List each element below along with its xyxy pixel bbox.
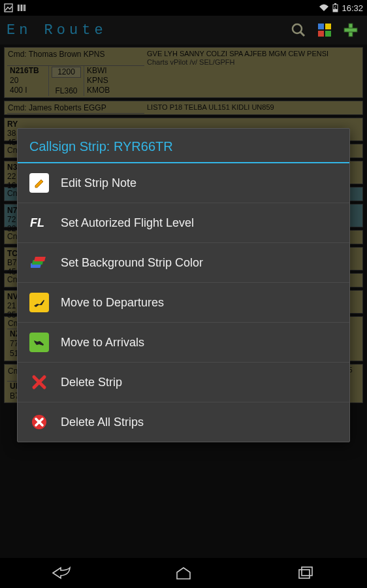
svg-rect-14 (325, 31, 331, 37)
add-button[interactable] (341, 20, 360, 40)
dialog-scrim[interactable]: Callsign Strip: RYR66TR Edit Strip Note … (0, 44, 367, 558)
android-nav-bar (0, 558, 367, 588)
svg-rect-7 (334, 3, 336, 5)
color-stack-icon (29, 253, 49, 272)
svg-rect-13 (318, 31, 324, 37)
dialog-title: Callsign Strip: RYR66TR (18, 129, 349, 163)
back-button[interactable] (42, 563, 81, 583)
svg-rect-11 (318, 24, 324, 29)
svg-rect-28 (302, 567, 312, 576)
svg-rect-16 (344, 28, 357, 32)
svg-text:FL: FL (30, 216, 44, 229)
edit-strip-note-item[interactable]: Edit Strip Note (18, 163, 349, 203)
wifi-icon (319, 4, 329, 12)
svg-rect-5 (24, 5, 25, 11)
barcode-icon (17, 3, 26, 12)
arrivals-icon (29, 333, 49, 352)
android-status-bar: 16:32 (0, 0, 367, 16)
dialog-item-label: Move to Arrivals (61, 336, 144, 350)
svg-rect-3 (21, 5, 22, 11)
set-flight-level-item[interactable]: FL Set Autorized Flight Level (18, 203, 349, 243)
dialog-item-label: Set Background Strip Color (61, 256, 203, 270)
svg-rect-12 (325, 24, 331, 29)
flight-level-icon: FL (29, 213, 49, 233)
dialog-item-label: Edit Strip Note (61, 176, 136, 190)
callsign-strip-dialog: Callsign Strip: RYR66TR Edit Strip Note … (17, 128, 350, 442)
delete-strip-item[interactable]: Delete Strip (18, 363, 349, 402)
delete-icon (29, 372, 49, 392)
delete-all-icon (29, 412, 49, 432)
battery-icon (332, 3, 338, 12)
svg-rect-4 (23, 5, 24, 11)
home-button[interactable] (164, 563, 203, 583)
svg-rect-1 (18, 5, 19, 11)
image-icon (4, 3, 13, 12)
puzzle-icon[interactable] (315, 20, 334, 40)
set-color-item[interactable]: Set Background Strip Color (18, 243, 349, 283)
app-header: En Route (0, 16, 367, 44)
status-time: 16:32 (342, 3, 363, 13)
dialog-item-label: Move to Departures (61, 296, 164, 310)
svg-rect-27 (299, 570, 310, 578)
dialog-item-label: Set Autorized Flight Level (61, 216, 194, 230)
edit-note-icon (29, 173, 49, 193)
svg-rect-2 (20, 5, 20, 11)
move-departures-item[interactable]: Move to Departures (18, 283, 349, 323)
search-button[interactable] (289, 20, 308, 40)
delete-all-strips-item[interactable]: Delete All Strips (18, 402, 349, 442)
svg-point-9 (293, 24, 302, 33)
recent-button[interactable] (286, 563, 325, 583)
app-title: En Route (7, 22, 283, 39)
move-arrivals-item[interactable]: Move to Arrivals (18, 323, 349, 363)
svg-rect-21 (34, 257, 46, 261)
dialog-item-label: Delete All Strips (61, 416, 144, 429)
dialog-item-label: Delete Strip (61, 376, 122, 389)
departures-icon (29, 293, 49, 312)
svg-line-10 (300, 32, 304, 36)
